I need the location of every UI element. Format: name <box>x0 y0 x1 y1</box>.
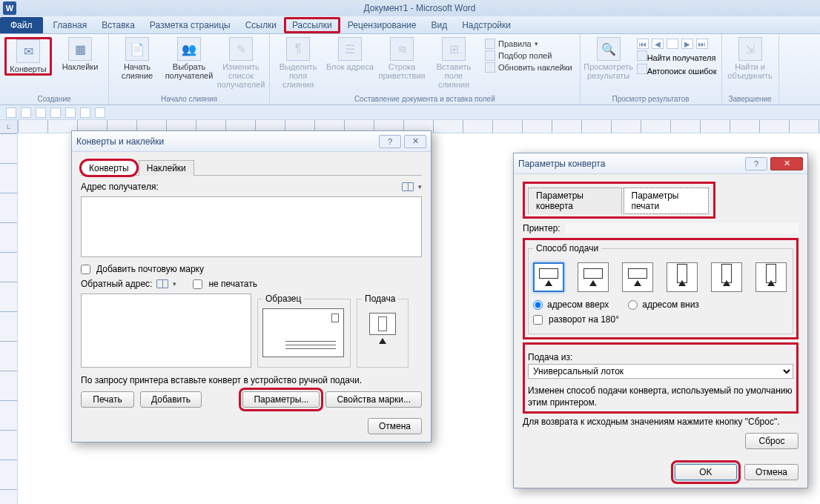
address-book-icon[interactable] <box>402 182 414 191</box>
envelope-preview[interactable] <box>262 308 344 357</box>
help-button[interactable]: ? <box>379 135 401 148</box>
qat-icon[interactable] <box>50 107 61 118</box>
feed-method-legend: Способ подачи <box>533 243 601 253</box>
group-start-merge: 📄 Начать слияние 👥 Выбрать получателей ✎… <box>109 34 270 105</box>
address-block-icon: ☰ <box>338 37 362 61</box>
tab-home[interactable]: Главная <box>46 17 95 33</box>
feed-legend: Подача <box>362 294 398 304</box>
tab-addins[interactable]: Надстройки <box>454 17 518 33</box>
group-fields-label: Составление документа и вставка полей <box>354 95 495 103</box>
tab-references[interactable]: Ссылки <box>238 17 284 33</box>
dialog-titlebar[interactable]: Параметры конверта ? ✕ <box>514 153 807 174</box>
start-merge-button[interactable]: 📄 Начать слияние <box>113 37 161 89</box>
qat-icon[interactable] <box>6 107 16 118</box>
check-errors-button[interactable]: Автопоиск ошибок <box>637 64 717 76</box>
tab-mailings[interactable]: Рассылки <box>284 17 340 33</box>
recipient-address-label: Адрес получателя: <box>81 182 159 192</box>
vertical-ruler[interactable] <box>0 133 18 504</box>
dropdown-icon[interactable]: ▾ <box>173 280 176 288</box>
insert-field-label: Вставить поле слияния <box>430 62 477 89</box>
feed-option-2[interactable] <box>578 262 609 292</box>
feed-option-1[interactable] <box>533 262 564 292</box>
record-nav[interactable]: ⏮ ◀ ▶ ⏭ <box>637 39 717 49</box>
dialog-titlebar[interactable]: Конверты и наклейки ? ✕ <box>72 131 431 152</box>
ok-button[interactable]: OK <box>675 464 737 480</box>
reset-note: Для возврата к исходным значениям нажмит… <box>523 417 798 427</box>
tab-file[interactable]: Файл <box>0 17 43 33</box>
address-book-icon[interactable] <box>156 279 168 288</box>
find-icon <box>637 50 647 61</box>
add-stamp-checkbox[interactable] <box>81 265 90 274</box>
tab-layout[interactable]: Разметка страницы <box>142 17 238 33</box>
tab-envelopes[interactable]: Конверты <box>81 160 137 176</box>
dialog-title: Конверты и наклейки <box>76 136 164 147</box>
qat-icon[interactable] <box>65 107 76 118</box>
highlight-icon: ¶ <box>286 37 310 61</box>
greeting-line-button[interactable]: ≋ Строка приветствия <box>378 37 426 89</box>
update-labels-button[interactable]: Обновить наклейки <box>485 62 572 73</box>
labels-button[interactable]: ▦ Наклейки <box>56 37 104 76</box>
qat-icon[interactable] <box>21 107 31 118</box>
rotate-checkbox[interactable] <box>533 315 543 325</box>
labels-icon: ▦ <box>68 37 92 61</box>
find-recipient-button[interactable]: Найти получателя <box>637 50 717 62</box>
last-record-icon[interactable]: ⏭ <box>696 39 708 49</box>
sample-legend: Образец <box>262 294 304 304</box>
qat-icon[interactable] <box>36 107 46 118</box>
highlight-fields-button[interactable]: ¶ Выделить поля слияния <box>274 37 322 89</box>
rules-button[interactable]: Правила▾ <box>485 39 572 49</box>
envelopes-labels-dialog: Конверты и наклейки ? ✕ Конверты Наклейк… <box>71 130 432 442</box>
next-record-icon[interactable]: ▶ <box>681 39 693 49</box>
add-button[interactable]: Добавить <box>140 391 202 408</box>
feed-option-4[interactable] <box>667 262 698 292</box>
tab-insert[interactable]: Вставка <box>94 17 142 33</box>
qat-icon[interactable] <box>95 107 105 118</box>
tray-select[interactable]: Универсальный лоток <box>528 364 793 379</box>
address-up-radio[interactable] <box>533 300 543 310</box>
edit-list-button[interactable]: ✎ Изменить список получателей <box>217 37 265 89</box>
cancel-button[interactable]: Отмена <box>744 464 798 480</box>
greeting-label: Строка приветствия <box>378 62 426 80</box>
insert-field-button[interactable]: ⊞ Вставить поле слияния <box>430 37 477 89</box>
feed-option-5[interactable] <box>711 262 742 292</box>
return-address-label: Обратный адрес: <box>81 279 152 289</box>
qat-icon[interactable] <box>80 107 90 118</box>
preview-results-button[interactable]: 🔍 Просмотреть результаты <box>585 37 632 80</box>
feed-preview[interactable] <box>369 313 396 335</box>
reset-button[interactable]: Сброс <box>745 433 798 449</box>
insert-field-icon: ⊞ <box>442 37 466 61</box>
tab-labels[interactable]: Наклейки <box>139 160 194 176</box>
close-button[interactable]: ✕ <box>404 135 426 148</box>
help-button[interactable]: ? <box>745 157 767 170</box>
match-label: Подбор полей <box>498 51 552 60</box>
feed-option-3[interactable] <box>622 262 653 292</box>
feed-option-6[interactable] <box>755 262 787 292</box>
close-button[interactable]: ✕ <box>770 157 803 170</box>
tab-print-options[interactable]: Параметры печати <box>624 188 709 214</box>
address-down-radio[interactable] <box>628 300 638 310</box>
group-start-label: Начало слияния <box>161 95 217 103</box>
tab-envelope-options[interactable]: Параметры конверта <box>528 188 622 214</box>
tab-review[interactable]: Рецензирование <box>340 17 424 33</box>
cancel-button[interactable]: Отмена <box>368 418 422 434</box>
errors-label: Автопоиск ошибок <box>647 67 717 76</box>
tab-view[interactable]: Вид <box>423 17 454 33</box>
return-address-input[interactable] <box>81 294 251 368</box>
dropdown-icon[interactable]: ▾ <box>418 183 422 190</box>
envelopes-button[interactable]: ✉ Конверты <box>4 37 52 76</box>
prev-record-icon[interactable]: ◀ <box>652 39 664 49</box>
match-fields-button[interactable]: Подбор полей <box>485 50 572 61</box>
first-record-icon[interactable]: ⏮ <box>637 39 649 49</box>
feed-method-group: Способ подачи адресом вверх адресом вниз <box>528 243 793 334</box>
no-print-checkbox[interactable] <box>193 279 202 289</box>
address-block-button[interactable]: ☰ Блок адреса <box>326 37 374 89</box>
ribbon-tabs: Файл Главная Вставка Разметка страницы С… <box>0 16 820 34</box>
select-recipients-button[interactable]: 👥 Выбрать получателей <box>165 37 213 89</box>
finish-merge-button[interactable]: ⇲ Найти и объединить <box>727 37 774 80</box>
print-button[interactable]: Печать <box>81 391 134 408</box>
options-button[interactable]: Параметры... <box>242 391 320 408</box>
record-number <box>667 39 678 49</box>
stamp-properties-button[interactable]: Свойства марки... <box>325 391 422 408</box>
recipient-address-input[interactable] <box>81 196 422 257</box>
group-finish-label: Завершение <box>728 95 771 103</box>
